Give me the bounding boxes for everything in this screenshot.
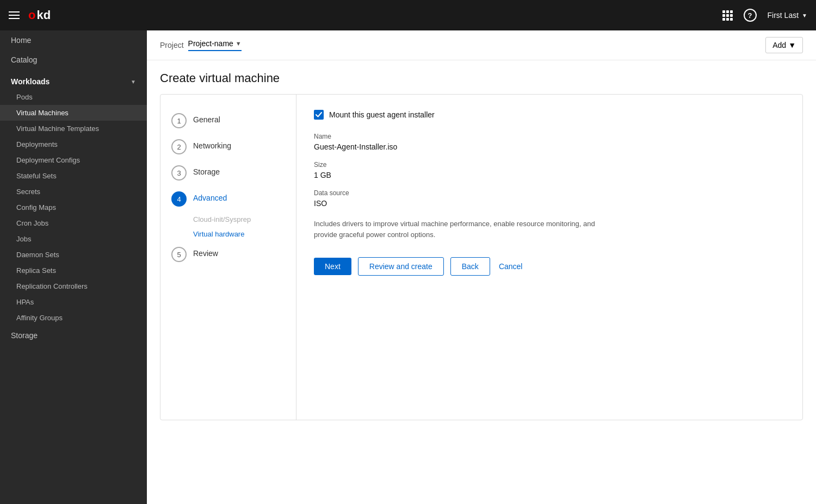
project-bar: Project Project-name ▼ Add ▼ xyxy=(147,30,816,60)
sidebar-item-virtual-machine-templates[interactable]: Virtual Machine Templates xyxy=(0,121,147,136)
page-title-bar: Create virtual machine xyxy=(147,60,816,94)
top-navigation: okd ? First Last ▼ xyxy=(0,0,816,30)
sidebar-item-replica-sets[interactable]: Replica Sets xyxy=(0,263,147,278)
step-networking[interactable]: 2 Networking xyxy=(160,134,296,160)
name-label: Name xyxy=(314,133,785,140)
sidebar-item-affinity-groups[interactable]: Affinity Groups xyxy=(0,310,147,326)
sidebar-item-catalog[interactable]: Catalog xyxy=(0,50,147,70)
project-selector[interactable]: Project-name ▼ xyxy=(188,39,242,51)
grid-icon[interactable] xyxy=(722,10,733,21)
sidebar-item-deployment-configs[interactable]: Deployment Configs xyxy=(0,152,147,168)
name-value: Guest-Agent-Installer.iso xyxy=(314,142,785,151)
page-title: Create virtual machine xyxy=(160,71,803,85)
logo-o: o xyxy=(28,8,35,22)
project-left: Project Project-name ▼ xyxy=(160,39,242,51)
mount-checkbox[interactable] xyxy=(314,110,324,120)
project-dropdown-arrow: ▼ xyxy=(236,40,242,47)
logo: okd xyxy=(28,8,51,22)
workloads-arrow: ▼ xyxy=(131,79,136,85)
checkmark-icon xyxy=(316,112,322,117)
hamburger-menu[interactable] xyxy=(9,11,20,19)
wizard-container: 1 General 2 Networking 3 Storage 4 Advan… xyxy=(160,94,803,420)
help-icon[interactable]: ? xyxy=(744,9,757,22)
sidebar-item-config-maps[interactable]: Config Maps xyxy=(0,200,147,215)
step-general[interactable]: 1 General xyxy=(160,108,296,134)
step-sub-virtual-hardware[interactable]: Virtual hardware xyxy=(193,227,285,241)
sidebar-item-pods[interactable]: Pods xyxy=(0,89,147,105)
step-number-advanced: 4 xyxy=(171,191,187,207)
step-number-review: 5 xyxy=(171,247,187,262)
sidebar-item-home[interactable]: Home xyxy=(0,30,147,50)
next-button[interactable]: Next xyxy=(314,258,351,275)
steps-panel: 1 General 2 Networking 3 Storage 4 Advan… xyxy=(160,95,296,420)
sidebar-item-hpas[interactable]: HPAs xyxy=(0,294,147,310)
checkbox-label: Mount this guest agent installer xyxy=(329,110,435,119)
step-advanced[interactable]: 4 Advanced xyxy=(160,186,296,212)
review-and-create-button[interactable]: Review and create xyxy=(358,257,444,276)
sidebar-section-workloads[interactable]: Workloads ▼ xyxy=(0,70,147,89)
user-dropdown-arrow: ▼ xyxy=(802,13,807,18)
sidebar-item-replication-controllers[interactable]: Replication Controllers xyxy=(0,278,147,294)
step-storage[interactable]: 3 Storage xyxy=(160,160,296,186)
topnav-right: ? First Last ▼ xyxy=(722,9,807,22)
description-text: Includes drivers to improve virtual mach… xyxy=(314,219,597,240)
sidebar-item-storage[interactable]: Storage xyxy=(0,326,147,345)
sidebar-item-stateful-sets[interactable]: Stateful Sets xyxy=(0,168,147,184)
step-review[interactable]: 5 Review xyxy=(160,241,296,267)
topnav-left: okd xyxy=(9,8,51,22)
size-label: Size xyxy=(314,161,785,169)
add-arrow: ▼ xyxy=(788,41,796,49)
step-number-networking: 2 xyxy=(171,139,187,154)
sidebar-item-deployments[interactable]: Deployments xyxy=(0,136,147,152)
add-button[interactable]: Add ▼ xyxy=(765,37,803,53)
main-content: Project Project-name ▼ Add ▼ Create virt… xyxy=(147,30,816,504)
name-group: Name Guest-Agent-Installer.iso xyxy=(314,133,785,151)
sidebar-item-cron-jobs[interactable]: Cron Jobs xyxy=(0,215,147,231)
content-panel: Mount this guest agent installer Name Gu… xyxy=(296,95,802,420)
sidebar-item-daemon-sets[interactable]: Daemon Sets xyxy=(0,247,147,263)
add-label: Add xyxy=(772,41,786,49)
sidebar-item-secrets[interactable]: Secrets xyxy=(0,184,147,200)
sidebar-item-virtual-machines[interactable]: Virtual Machines xyxy=(0,105,147,121)
logo-kd: kd xyxy=(36,8,51,22)
user-label: First Last xyxy=(768,11,799,20)
advanced-sub-items: Cloud-init/Sysprep Virtual hardware xyxy=(160,212,296,241)
user-menu[interactable]: First Last ▼ xyxy=(768,11,807,20)
back-button[interactable]: Back xyxy=(450,257,490,276)
project-name: Project-name xyxy=(188,39,233,48)
data-source-value: ISO xyxy=(314,199,785,208)
data-source-group: Data source ISO xyxy=(314,189,785,208)
workloads-label: Workloads xyxy=(11,77,50,86)
data-source-label: Data source xyxy=(314,189,785,197)
step-label-review: Review xyxy=(193,247,218,258)
project-label: Project xyxy=(160,41,184,49)
sidebar-item-jobs[interactable]: Jobs xyxy=(0,231,147,247)
step-label-networking: Networking xyxy=(193,139,231,150)
checkbox-row: Mount this guest agent installer xyxy=(314,110,785,120)
size-value: 1 GB xyxy=(314,171,785,179)
button-row: Next Review and create Back Cancel xyxy=(314,257,785,276)
cancel-button[interactable]: Cancel xyxy=(497,258,525,275)
step-label-storage: Storage xyxy=(193,165,220,176)
step-number-general: 1 xyxy=(171,113,187,128)
step-label-general: General xyxy=(193,113,220,124)
sidebar: Home Catalog Workloads ▼ Pods Virtual Ma… xyxy=(0,30,147,504)
step-number-storage: 3 xyxy=(171,165,187,181)
size-group: Size 1 GB xyxy=(314,161,785,179)
step-sub-cloud-init[interactable]: Cloud-init/Sysprep xyxy=(193,212,285,227)
step-label-advanced: Advanced xyxy=(193,191,227,202)
